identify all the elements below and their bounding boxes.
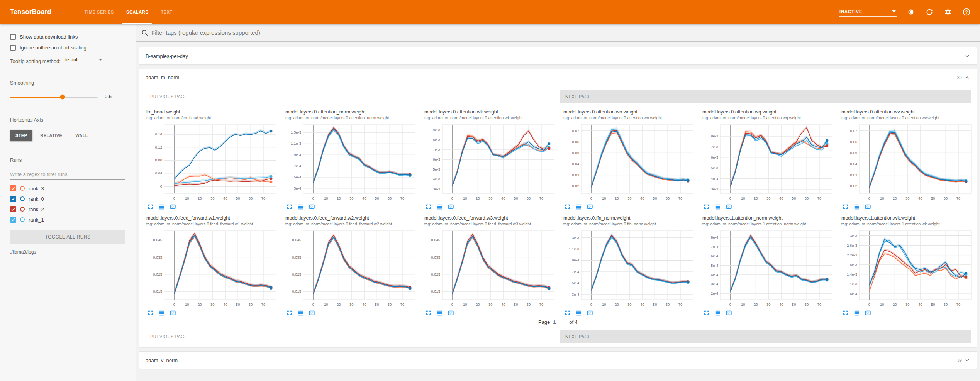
- run-item-rank_2[interactable]: rank_2: [10, 206, 125, 212]
- previous-page-button[interactable]: PREVIOUS PAGE: [145, 90, 556, 103]
- tag-filter-input[interactable]: [151, 29, 975, 36]
- run-item-rank_0[interactable]: rank_0: [10, 196, 125, 202]
- next-page-button[interactable]: NEXT PAGE: [560, 90, 971, 103]
- refresh-icon[interactable]: [925, 8, 934, 16]
- runs-filter-input[interactable]: [10, 170, 125, 180]
- chart-plot[interactable]: 0102030405060700.020.030.040.050.060.07: [841, 122, 974, 203]
- fit-domain-icon[interactable]: [726, 203, 732, 210]
- settings-icon[interactable]: [944, 8, 952, 16]
- chart-plot[interactable]: 0102030405060702e-43e-44e-45e-46e-47e-48…: [702, 228, 835, 309]
- fit-domain-icon[interactable]: [865, 203, 871, 210]
- expand-chart-icon[interactable]: [564, 310, 571, 316]
- app-title: TensorBoard: [10, 8, 51, 16]
- runs-selector-icon[interactable]: [714, 203, 721, 210]
- section-header[interactable]: adam_m_norm 39: [139, 69, 977, 86]
- checkbox-icon[interactable]: [10, 34, 16, 40]
- chevron-up-icon[interactable]: [964, 75, 970, 81]
- fit-domain-icon[interactable]: [309, 310, 315, 316]
- expand-chart-icon[interactable]: [286, 203, 293, 210]
- run-checkbox-icon[interactable]: [10, 206, 16, 212]
- smoothing-slider[interactable]: [10, 97, 98, 98]
- expand-chart-icon[interactable]: [286, 310, 293, 316]
- svg-text:40: 40: [223, 302, 227, 306]
- runs-selector-icon[interactable]: [436, 203, 443, 210]
- tab-text[interactable]: TEXT: [154, 0, 179, 24]
- fit-domain-icon[interactable]: [309, 203, 315, 210]
- run-checkbox-icon[interactable]: [10, 217, 16, 223]
- run-color-circle-icon[interactable]: [20, 196, 25, 201]
- expand-chart-icon[interactable]: [842, 310, 849, 316]
- fit-domain-icon[interactable]: [170, 203, 176, 210]
- fit-domain-icon[interactable]: [726, 310, 732, 316]
- chart-plot[interactable]: 0102030405060700.0150.0250.0350.045: [424, 228, 557, 309]
- fit-domain-icon[interactable]: [587, 310, 593, 316]
- chart-plot[interactable]: 0102030405060703e-45e-47e-49e-41.1e-31.3…: [563, 228, 696, 309]
- contrast-icon[interactable]: [907, 8, 915, 16]
- runs-selector-icon[interactable]: [297, 203, 304, 210]
- expand-chart-icon[interactable]: [703, 310, 710, 316]
- chart-plot[interactable]: 0102030405060700.0150.0250.0350.045: [285, 228, 418, 309]
- expand-chart-icon[interactable]: [564, 203, 571, 210]
- chart-plot[interactable]: 01020304050607000.040.080.120.16: [146, 122, 279, 203]
- help-icon[interactable]: ?: [962, 8, 971, 16]
- tooltip-sorting-select[interactable]: default: [64, 57, 102, 64]
- run-color-circle-icon[interactable]: [20, 186, 25, 191]
- expand-chart-icon[interactable]: [425, 310, 432, 316]
- svg-text:40: 40: [779, 196, 783, 200]
- runs-selector-icon[interactable]: [575, 310, 582, 316]
- section-header[interactable]: B-samples-per-day: [139, 47, 977, 64]
- smoothing-value-input[interactable]: 0.6: [104, 93, 125, 101]
- chart-plot[interactable]: 0102030405060703e-45e-47e-49e-41.1e-31.3…: [285, 122, 418, 203]
- runs-selector-icon[interactable]: [714, 310, 721, 316]
- reload-status-select[interactable]: INACTIVE: [839, 8, 897, 17]
- chart-plot[interactable]: 0102030405060703e-34e-35e-36e-37e-38e-3: [702, 122, 835, 203]
- chart-plot[interactable]: 0102030405060700.020.030.040.050.060.07: [563, 122, 696, 203]
- tab-time-series[interactable]: TIME SERIES: [78, 0, 120, 24]
- axis-wall-button[interactable]: WALL: [70, 130, 93, 141]
- ignore-outliers-checkbox[interactable]: Ignore outliers in chart scaling: [10, 45, 125, 51]
- checkbox-icon[interactable]: [10, 45, 16, 51]
- next-page-button[interactable]: NEXT PAGE: [560, 330, 971, 343]
- expand-chart-icon[interactable]: [703, 203, 710, 210]
- axis-step-button[interactable]: STEP: [10, 130, 32, 141]
- run-item-rank_1[interactable]: rank_1: [10, 217, 125, 223]
- chevron-down-icon[interactable]: [964, 53, 970, 59]
- chart-actions: [285, 203, 418, 212]
- axis-relative-button[interactable]: RELATIVE: [35, 130, 68, 141]
- chart-plot[interactable]: 0102030405060703e-34e-35e-36e-37e-38e-39…: [424, 122, 557, 203]
- run-checkbox-icon[interactable]: [10, 196, 16, 202]
- slider-thumb[interactable]: [60, 95, 65, 100]
- runs-selector-icon[interactable]: [158, 203, 165, 210]
- fit-domain-icon[interactable]: [587, 203, 593, 210]
- expand-chart-icon[interactable]: [425, 203, 432, 210]
- expand-chart-icon[interactable]: [842, 203, 849, 210]
- svg-text:60: 60: [944, 302, 948, 306]
- run-color-circle-icon[interactable]: [20, 207, 25, 212]
- fit-domain-icon[interactable]: [170, 310, 176, 316]
- expand-chart-icon[interactable]: [147, 203, 154, 210]
- runs-selector-icon[interactable]: [853, 310, 860, 316]
- fit-domain-icon[interactable]: [448, 203, 454, 210]
- fit-domain-icon[interactable]: [448, 310, 454, 316]
- chart-plot[interactable]: 0102030405060706e-41e-31.4e-31.8e-32.2e-…: [841, 228, 974, 309]
- previous-page-button[interactable]: PREVIOUS PAGE: [145, 330, 556, 343]
- runs-selector-icon[interactable]: [575, 203, 582, 210]
- page-number-input[interactable]: [553, 319, 567, 326]
- chevron-down-icon[interactable]: [964, 357, 970, 363]
- runs-selector-icon[interactable]: [853, 203, 860, 210]
- run-item-rank_3[interactable]: rank_3: [10, 185, 125, 191]
- toggle-all-runs-button[interactable]: TOGGLE ALL RUNS: [10, 230, 125, 244]
- run-checkbox-icon[interactable]: [10, 185, 16, 191]
- tab-scalars[interactable]: SCALARS: [120, 0, 154, 24]
- chart-title: model.layers.0.feed_forward.w2.weight: [285, 215, 418, 221]
- runs-selector-icon[interactable]: [436, 310, 443, 316]
- runs-selector-icon[interactable]: [158, 310, 165, 316]
- expand-chart-icon[interactable]: [147, 310, 154, 316]
- run-color-circle-icon[interactable]: [20, 217, 25, 222]
- runs-selector-icon[interactable]: [297, 310, 304, 316]
- show-download-links-checkbox[interactable]: Show data download links: [10, 34, 125, 40]
- svg-text:3e-3: 3e-3: [433, 187, 440, 191]
- fit-domain-icon[interactable]: [865, 310, 871, 316]
- chart-plot[interactable]: 0102030405060700.0150.0250.0350.045: [146, 228, 279, 309]
- section-header[interactable]: adam_v_norm 39: [139, 352, 977, 369]
